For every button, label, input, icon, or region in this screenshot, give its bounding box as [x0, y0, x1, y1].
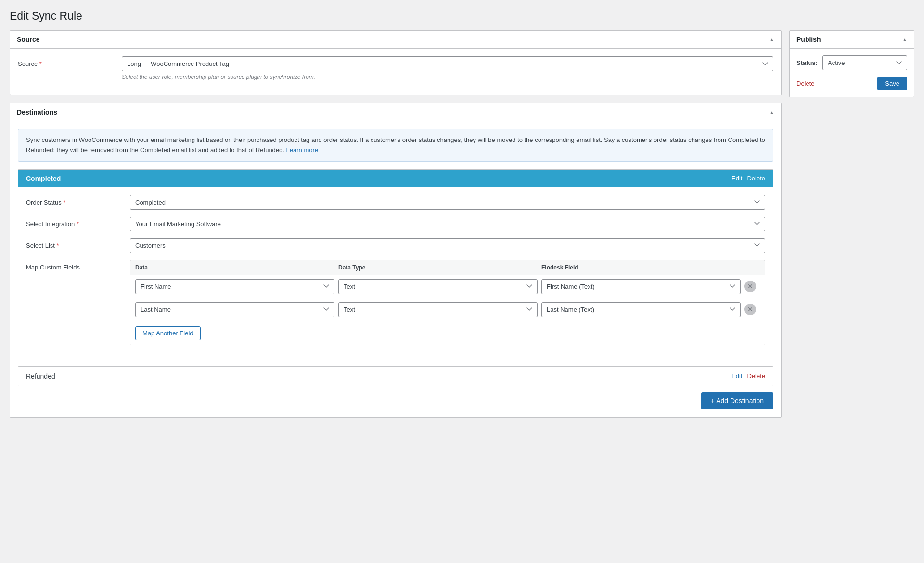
destinations-panel-body: Sync customers in WooCommerce with your …	[10, 121, 781, 417]
select-list-label: Select List *	[26, 238, 122, 249]
source-select[interactable]: Long — WooCommerce Product Tag	[122, 56, 773, 71]
completed-destination-header: Completed Edit Delete	[18, 170, 773, 187]
select-list-select[interactable]: Customers	[130, 238, 765, 253]
publish-status-select[interactable]: Active Inactive	[822, 55, 907, 70]
field-data-select-1[interactable]: First Name	[135, 279, 334, 294]
select-list-row: Select List * Customers	[26, 238, 765, 253]
source-panel: Source Source * Long — WooCommerce Produ…	[10, 30, 782, 95]
select-integration-row: Select Integration * Your Email Marketin…	[26, 217, 765, 231]
publish-save-button[interactable]: Save	[877, 77, 907, 90]
order-status-select[interactable]: Completed	[130, 195, 765, 210]
refunded-edit-button[interactable]: Edit	[732, 372, 742, 380]
publish-panel-toggle[interactable]	[902, 36, 907, 43]
publish-panel-body: Status: Active Inactive Delete Save	[790, 49, 914, 97]
completed-edit-button[interactable]: Edit	[732, 175, 742, 182]
field-map-table: Data Data Type Flodesk Field First Nam	[130, 260, 765, 345]
remove-field-row-1-button[interactable]: ✕	[744, 281, 756, 292]
publish-status-field: Active Inactive	[822, 55, 907, 70]
source-panel-title: Source	[17, 36, 39, 43]
publish-panel-header: Publish	[790, 31, 914, 49]
source-panel-toggle[interactable]	[770, 36, 774, 43]
learn-more-link[interactable]: Learn more	[286, 146, 318, 154]
field-data-select-2[interactable]: Last Name	[135, 302, 334, 317]
destinations-panel: Destinations Sync customers in WooCommer…	[10, 103, 782, 418]
field-map-row: Last Name Text Last Name (Text)	[130, 298, 765, 321]
select-integration-field: Your Email Marketing Software	[130, 217, 765, 231]
field-map-data-header: Data	[135, 264, 334, 271]
map-custom-fields-area: Data Data Type Flodesk Field First Nam	[130, 260, 765, 345]
completed-destination-actions: Edit Delete	[732, 175, 765, 182]
destinations-info-box: Sync customers in WooCommerce with your …	[18, 129, 773, 162]
order-status-label: Order Status *	[26, 195, 122, 206]
refunded-destination-title: Refunded	[26, 372, 55, 380]
remove-field-row-2-button[interactable]: ✕	[744, 304, 756, 315]
publish-delete-link[interactable]: Delete	[796, 80, 815, 87]
add-destination-button[interactable]: + Add Destination	[701, 392, 773, 409]
destinations-panel-header: Destinations	[10, 103, 781, 121]
select-integration-select[interactable]: Your Email Marketing Software	[130, 217, 765, 231]
publish-status-label: Status:	[796, 59, 818, 66]
publish-panel: Publish Status: Active Inactive Delete S…	[789, 30, 914, 97]
map-another-field-container: Map Another Field	[130, 321, 765, 345]
refunded-destination-actions: Edit Delete	[732, 372, 765, 380]
refunded-delete-button[interactable]: Delete	[747, 372, 765, 380]
map-custom-fields-row: Map Custom Fields Data Data Type Flodesk…	[26, 260, 765, 345]
field-type-select-1[interactable]: Text	[338, 279, 538, 294]
map-custom-fields-label: Map Custom Fields	[26, 260, 122, 271]
refunded-destination-header: Refunded Edit Delete	[18, 367, 773, 386]
publish-panel-title: Publish	[796, 36, 821, 43]
map-another-field-button[interactable]: Map Another Field	[135, 326, 201, 340]
order-status-field: Completed	[130, 195, 765, 210]
source-form-row: Source * Long — WooCommerce Product Tag …	[18, 56, 773, 80]
destinations-panel-title: Destinations	[17, 108, 57, 116]
select-integration-label: Select Integration *	[26, 217, 122, 228]
field-map-datatype-header: Data Type	[338, 264, 538, 271]
field-map-header: Data Data Type Flodesk Field	[130, 260, 765, 275]
source-panel-body: Source * Long — WooCommerce Product Tag …	[10, 49, 781, 95]
destinations-panel-toggle[interactable]	[770, 109, 774, 115]
field-type-select-2[interactable]: Text	[338, 302, 538, 317]
field-flodesk-select-1[interactable]: First Name (Text)	[541, 279, 741, 294]
completed-destination: Completed Edit Delete Order Status *	[18, 169, 773, 360]
source-help-text: Select the user role, membership plan or…	[122, 74, 773, 80]
order-status-row: Order Status * Completed	[26, 195, 765, 210]
field-map-row: First Name Text First Name (Text)	[130, 275, 765, 298]
select-list-field: Customers	[130, 238, 765, 253]
field-flodesk-select-2[interactable]: Last Name (Text)	[541, 302, 741, 317]
completed-destination-title: Completed	[26, 175, 61, 182]
publish-status-row: Status: Active Inactive	[796, 55, 907, 70]
page-title: Edit Sync Rule	[10, 10, 914, 23]
source-label: Source *	[18, 56, 114, 67]
completed-destination-body: Order Status * Completed	[18, 187, 773, 360]
publish-actions: Delete Save	[796, 77, 907, 90]
publish-sidebar: Publish Status: Active Inactive Delete S…	[789, 30, 914, 97]
source-panel-header: Source	[10, 31, 781, 49]
completed-delete-button[interactable]: Delete	[747, 175, 765, 182]
field-map-flodesk-header: Flodesk Field	[541, 264, 741, 271]
refunded-destination: Refunded Edit Delete	[18, 366, 773, 386]
source-field: Long — WooCommerce Product Tag Select th…	[122, 56, 773, 80]
